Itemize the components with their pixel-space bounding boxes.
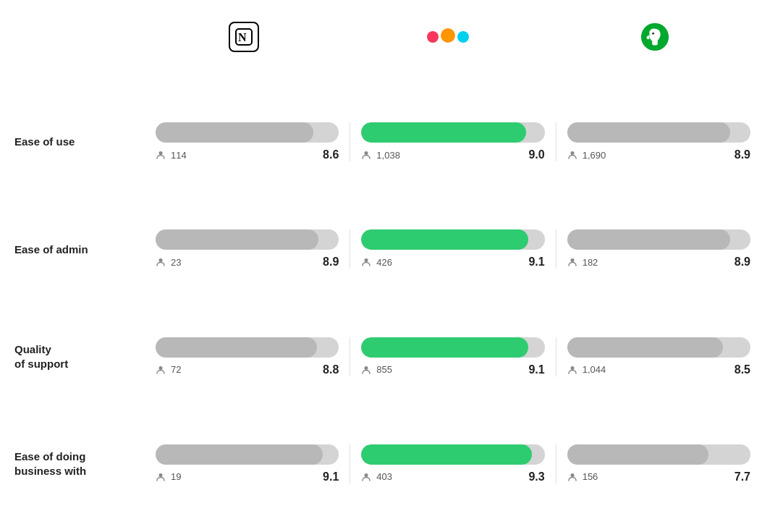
- row-label-1: Ease of admin: [14, 242, 145, 257]
- bar-container-1-notion: [156, 229, 339, 250]
- bar-container-3-evernote: [567, 444, 750, 465]
- metric-col-3-notion: 199.1: [145, 444, 350, 484]
- metric-col-3-evernote: 1567.7: [556, 444, 761, 484]
- bar-meta-3-evernote: 1567.7: [567, 470, 750, 484]
- bar-score-3-notion: 9.1: [323, 470, 339, 484]
- svg-point-10: [159, 366, 163, 370]
- bar-count-1-monday: 426: [361, 257, 392, 268]
- bar-container-2-evernote: [567, 337, 750, 358]
- row-label-3: Ease of doingbusiness with: [14, 449, 145, 478]
- comparison-chart: N: [0, 0, 783, 532]
- svg-point-14: [365, 473, 368, 477]
- bar-meta-0-evernote: 1,6908.9: [567, 148, 750, 161]
- bar-score-1-monday: 9.1: [528, 256, 544, 269]
- svg-point-12: [570, 366, 574, 370]
- svg-point-8: [365, 258, 368, 262]
- bar-meta-1-monday: 4269.1: [361, 256, 544, 269]
- bar-meta-2-monday: 8559.1: [361, 363, 544, 376]
- bar-fill-3-monday: [361, 444, 532, 465]
- bar-score-1-evernote: 8.9: [735, 256, 750, 269]
- bar-fill-3-notion: [156, 444, 323, 465]
- bar-meta-3-notion: 199.1: [156, 470, 339, 484]
- svg-point-13: [159, 473, 163, 477]
- row-label-0: Ease of use: [14, 135, 145, 149]
- bar-meta-1-notion: 238.9: [156, 256, 339, 269]
- bar-count-3-evernote: 156: [567, 471, 598, 482]
- brand-col-monday: [350, 24, 555, 57]
- data-row-1: Ease of admin 238.9 4269.1 1828.9: [14, 229, 761, 269]
- bar-score-0-evernote: 8.9: [735, 148, 750, 161]
- notion-icon: N: [229, 22, 259, 52]
- svg-point-15: [570, 473, 574, 477]
- bar-container-0-evernote: [567, 122, 750, 143]
- header-row: N: [14, 14, 761, 67]
- bar-fill-3-evernote: [567, 444, 708, 465]
- svg-text:N: N: [238, 31, 247, 43]
- bar-score-3-evernote: 7.7: [735, 470, 750, 484]
- svg-point-7: [159, 258, 163, 262]
- bar-container-0-notion: [156, 122, 339, 143]
- bar-container-1-evernote: [567, 229, 750, 250]
- bar-fill-1-notion: [156, 229, 318, 250]
- bar-container-3-notion: [156, 444, 339, 465]
- bar-meta-0-notion: 1148.6: [156, 148, 339, 161]
- svg-point-9: [570, 258, 574, 262]
- data-rows: Ease of use 1148.6 1,0389.0 1,6908.9Ease…: [14, 88, 761, 518]
- brand-col-notion: N: [145, 14, 350, 67]
- metric-col-2-monday: 8559.1: [350, 337, 555, 376]
- row-label-2: Qualityof support: [14, 342, 145, 371]
- bar-meta-2-evernote: 1,0448.5: [567, 363, 750, 376]
- bar-fill-0-notion: [156, 122, 313, 143]
- bar-count-2-monday: 855: [361, 364, 392, 375]
- monday-logo: [427, 31, 479, 43]
- bar-score-2-evernote: 8.5: [735, 363, 750, 376]
- metric-col-1-monday: 4269.1: [350, 229, 555, 269]
- svg-point-6: [570, 151, 574, 155]
- svg-point-11: [365, 366, 368, 370]
- data-row-3: Ease of doingbusiness with 199.1 4039.3 …: [14, 444, 761, 484]
- bar-score-3-monday: 9.3: [528, 470, 544, 484]
- bar-meta-1-evernote: 1828.9: [567, 256, 750, 269]
- monday-dot-cyan: [457, 31, 469, 43]
- bar-fill-0-evernote: [567, 122, 730, 143]
- bar-score-2-monday: 9.1: [528, 363, 544, 376]
- bar-container-2-monday: [361, 337, 544, 358]
- bar-container-0-monday: [361, 122, 544, 143]
- svg-point-5: [365, 151, 368, 155]
- bar-count-3-notion: 19: [156, 471, 181, 482]
- svg-point-4: [159, 151, 163, 155]
- bar-meta-0-monday: 1,0389.0: [361, 148, 544, 161]
- bar-meta-3-monday: 4039.3: [361, 470, 544, 484]
- bar-count-1-evernote: 182: [567, 257, 598, 268]
- metric-col-0-evernote: 1,6908.9: [556, 122, 761, 161]
- svg-point-3: [652, 33, 654, 35]
- bar-count-1-notion: 23: [156, 257, 181, 268]
- bar-container-1-monday: [361, 229, 544, 250]
- bar-score-1-notion: 8.9: [323, 256, 339, 269]
- metric-col-2-notion: 728.8: [145, 337, 350, 376]
- evernote-logo: [640, 22, 677, 52]
- monday-dots-icon: [427, 31, 469, 43]
- notion-logo: N: [229, 22, 266, 52]
- bar-container-2-notion: [156, 337, 339, 358]
- metric-col-0-notion: 1148.6: [145, 122, 350, 161]
- data-row-0: Ease of use 1148.6 1,0389.0 1,6908.9: [14, 122, 761, 161]
- data-row-2: Qualityof support 728.8 8559.1 1,0448.5: [14, 337, 761, 376]
- metric-col-2-evernote: 1,0448.5: [556, 337, 761, 376]
- bar-score-0-notion: 8.6: [323, 148, 339, 161]
- bar-fill-1-monday: [361, 229, 528, 250]
- bar-count-2-notion: 72: [156, 364, 181, 375]
- bar-count-2-evernote: 1,044: [567, 364, 606, 375]
- bar-count-0-monday: 1,038: [361, 150, 400, 161]
- bar-count-3-monday: 403: [361, 471, 392, 482]
- bar-fill-0-monday: [361, 122, 526, 143]
- bar-count-0-notion: 114: [156, 150, 187, 161]
- metric-col-1-notion: 238.9: [145, 229, 350, 269]
- metric-col-1-evernote: 1828.9: [556, 229, 761, 269]
- bar-score-0-monday: 9.0: [528, 148, 544, 161]
- bar-fill-1-evernote: [567, 229, 730, 250]
- monday-dot-orange: [441, 28, 455, 43]
- bar-container-3-monday: [361, 444, 544, 465]
- metric-col-3-monday: 4039.3: [350, 444, 555, 484]
- metric-col-0-monday: 1,0389.0: [350, 122, 555, 161]
